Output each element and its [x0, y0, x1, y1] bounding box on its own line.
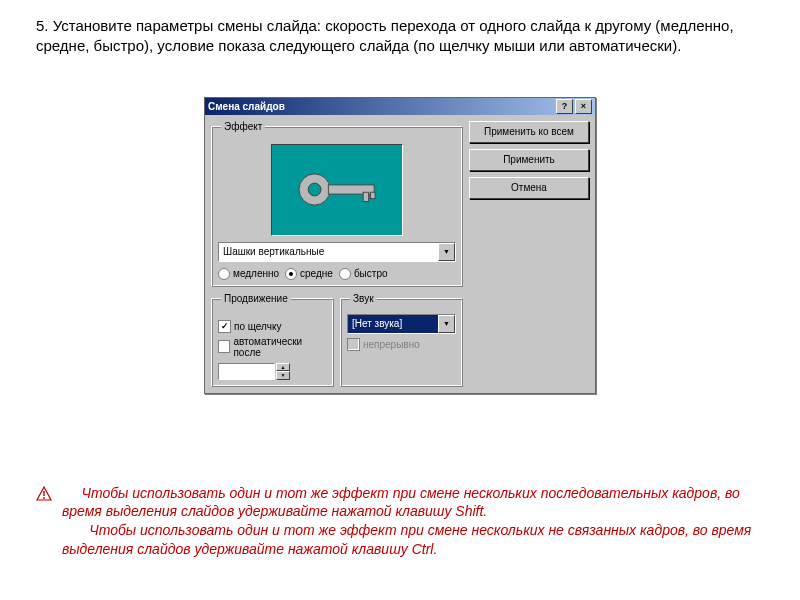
spin-down-icon[interactable]: ▼ [276, 371, 290, 380]
svg-rect-4 [370, 192, 375, 198]
spin-up-icon[interactable]: ▲ [276, 363, 290, 372]
svg-point-1 [308, 183, 321, 196]
instruction-text: 5. Установите параметры смены слайда: ск… [36, 16, 764, 57]
help-button[interactable]: ? [556, 99, 573, 114]
speed-medium-label: средне [300, 268, 333, 279]
note-line-1: Чтобы использовать один и тот же эффект … [62, 484, 764, 522]
speed-fast-radio[interactable]: быстро [339, 268, 388, 280]
svg-point-6 [43, 497, 45, 499]
speed-slow-label: медленно [233, 268, 279, 279]
dialog-container: Смена слайдов ? × Эффект [36, 97, 764, 394]
sound-value: [Нет звука] [348, 315, 438, 333]
chevron-down-icon[interactable]: ▼ [438, 315, 455, 333]
effect-value: Шашки вертикальные [219, 243, 438, 261]
loop-checkbox: непрерывно [347, 338, 420, 351]
apply-button[interactable]: Применить [469, 149, 589, 171]
slide-transition-dialog: Смена слайдов ? × Эффект [204, 97, 596, 394]
close-button[interactable]: × [575, 99, 592, 114]
chevron-down-icon[interactable]: ▼ [438, 243, 455, 261]
note-block: Чтобы использовать один и тот же эффект … [36, 484, 764, 560]
effect-dropdown[interactable]: Шашки вертикальные ▼ [218, 242, 456, 262]
speed-slow-radio[interactable]: медленно [218, 268, 279, 280]
sound-group-label: Звук [350, 293, 377, 304]
titlebar[interactable]: Смена слайдов ? × [205, 98, 595, 115]
svg-rect-3 [363, 192, 369, 201]
sound-group: Звук [Нет звука] ▼ непрерывно [340, 293, 463, 387]
on-click-label: по щелчку [234, 321, 281, 332]
apply-all-button[interactable]: Применить ко всем [469, 121, 589, 143]
on-click-checkbox[interactable]: по щелчку [218, 320, 281, 333]
key-icon [290, 162, 385, 217]
auto-after-label: автоматически после [233, 336, 327, 358]
cancel-button[interactable]: Отмена [469, 177, 589, 199]
effect-group: Эффект Шашки в [211, 121, 463, 287]
auto-time-spinner[interactable]: ▲▼ [218, 363, 290, 380]
loop-label: непрерывно [363, 339, 420, 350]
effect-group-label: Эффект [221, 121, 265, 132]
note-line-2: Чтобы использовать один и тот же эффект … [62, 521, 764, 559]
auto-time-input[interactable] [218, 363, 275, 380]
advance-group-label: Продвижение [221, 293, 291, 304]
sound-dropdown[interactable]: [Нет звука] ▼ [347, 314, 456, 334]
speed-fast-label: быстро [354, 268, 388, 279]
warning-icon [36, 486, 52, 502]
speed-medium-radio[interactable]: средне [285, 268, 333, 280]
effect-preview [271, 144, 403, 236]
auto-after-checkbox[interactable]: автоматически после [218, 336, 327, 358]
advance-group: Продвижение по щелчку автоматически посл… [211, 293, 334, 387]
dialog-title: Смена слайдов [208, 101, 554, 112]
